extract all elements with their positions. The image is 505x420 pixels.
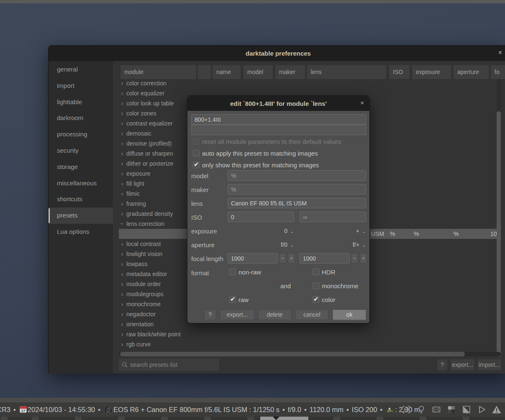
chevron-right-icon[interactable]: › bbox=[119, 329, 126, 339]
module-row[interactable]: › raw black/white point bbox=[119, 329, 497, 339]
chevron-right-icon[interactable]: › bbox=[119, 239, 126, 249]
module-row[interactable]: › rgb curve bbox=[119, 339, 497, 349]
chevron-right-icon[interactable]: › bbox=[119, 149, 126, 159]
chevron-right-icon[interactable]: › bbox=[119, 159, 126, 169]
chevron-right-icon[interactable]: › bbox=[119, 209, 126, 219]
window-titlebar[interactable]: darktable preferences × bbox=[49, 46, 505, 61]
chevron-right-icon[interactable]: › bbox=[119, 179, 126, 189]
sidebar-item-security[interactable]: security bbox=[49, 143, 113, 159]
exposure-from-dropdown[interactable]: 0⌄ bbox=[228, 225, 294, 236]
chevron-right-icon[interactable]: › bbox=[119, 299, 126, 309]
gamut-checkerboard-icon[interactable] bbox=[446, 404, 456, 415]
chevron-right-icon[interactable]: › bbox=[119, 118, 126, 128]
chevron-right-icon[interactable]: › bbox=[119, 259, 126, 269]
chevron-right-icon[interactable]: › bbox=[119, 88, 126, 98]
search-presets-box[interactable] bbox=[119, 359, 219, 371]
raw-checkbox[interactable] bbox=[229, 296, 236, 303]
timeline-strip[interactable] bbox=[0, 417, 505, 420]
iso-min-input[interactable] bbox=[228, 212, 294, 222]
lens-input[interactable] bbox=[228, 198, 366, 208]
column-header-exposure[interactable]: exposure bbox=[412, 65, 451, 79]
column-header-focal[interactable]: fo bbox=[491, 65, 505, 79]
warning-icon[interactable] bbox=[492, 404, 502, 415]
auto-apply-checkbox[interactable] bbox=[193, 150, 200, 156]
column-header-blank[interactable] bbox=[198, 65, 211, 79]
import-button[interactable]: import... bbox=[477, 359, 501, 370]
non-raw-checkbox[interactable] bbox=[229, 269, 236, 275]
chevron-right-icon[interactable]: › bbox=[119, 249, 126, 259]
chevron-right-icon[interactable]: › bbox=[119, 199, 126, 209]
preset-name-input[interactable] bbox=[191, 114, 366, 125]
color-checkbox[interactable] bbox=[313, 296, 319, 303]
focal-to-input[interactable] bbox=[300, 253, 350, 264]
chevron-right-icon[interactable]: › bbox=[117, 220, 127, 227]
column-header-maker[interactable]: maker bbox=[275, 65, 305, 79]
column-header-name[interactable]: name bbox=[213, 65, 241, 79]
focal-to-minus-button[interactable]: − bbox=[351, 253, 358, 264]
sidebar-item-lua-options[interactable]: Lua options bbox=[49, 224, 113, 240]
dialog-titlebar[interactable]: edit `800+1.4III' for module `lens' × bbox=[187, 96, 369, 111]
column-header-model[interactable]: model bbox=[244, 65, 273, 79]
model-input[interactable] bbox=[228, 170, 366, 181]
chevron-right-icon[interactable]: › bbox=[119, 279, 126, 289]
column-header-module[interactable]: module bbox=[120, 65, 196, 79]
chevron-right-icon[interactable]: › bbox=[119, 98, 126, 108]
chevron-right-icon[interactable]: › bbox=[119, 78, 126, 88]
overexposure-split-icon[interactable] bbox=[461, 404, 472, 415]
chevron-right-icon[interactable]: › bbox=[119, 138, 126, 149]
aperture-to-dropdown[interactable]: f/+⌄ bbox=[300, 239, 366, 250]
dialog-ok-button[interactable]: ok bbox=[333, 310, 366, 320]
sidebar-item-darkroom[interactable]: darkroom bbox=[49, 110, 113, 126]
timeline-selection[interactable] bbox=[260, 417, 308, 420]
horizontal-scrollbar-thumb[interactable] bbox=[120, 352, 465, 356]
help-button[interactable]: ? bbox=[437, 359, 447, 370]
dialog-export-button[interactable]: export... bbox=[220, 310, 254, 320]
dialog-cancel-button[interactable]: cancel bbox=[295, 310, 328, 320]
hdr-checkbox[interactable] bbox=[313, 269, 319, 275]
chevron-right-icon[interactable]: › bbox=[119, 189, 126, 199]
sidebar-item-presets[interactable]: presets bbox=[49, 207, 113, 224]
maker-input[interactable] bbox=[228, 184, 366, 195]
sidebar-item-general[interactable]: general bbox=[49, 61, 113, 78]
display-profile-icon[interactable] bbox=[431, 404, 441, 415]
sidebar-item-lighttable[interactable]: lighttable bbox=[49, 94, 113, 110]
focal-from-plus-button[interactable]: + bbox=[288, 253, 295, 264]
export-button[interactable]: export... bbox=[451, 359, 474, 370]
focal-from-input[interactable] bbox=[228, 253, 278, 264]
focus-peaking-icon[interactable] bbox=[401, 404, 411, 415]
focal-to-plus-button[interactable]: + bbox=[360, 253, 367, 264]
column-header-aperture[interactable]: aperture bbox=[454, 65, 489, 79]
chevron-right-icon[interactable]: › bbox=[119, 108, 126, 118]
dialog-help-button[interactable]: ? bbox=[204, 310, 216, 320]
sidebar-item-shortcuts[interactable]: shortcuts bbox=[49, 191, 113, 207]
dialog-close-icon[interactable]: × bbox=[360, 99, 364, 106]
window-close-icon[interactable]: × bbox=[498, 49, 502, 56]
monochrome-checkbox[interactable] bbox=[313, 282, 319, 289]
lightbulb-icon[interactable] bbox=[416, 404, 426, 415]
sidebar-item-import[interactable]: import bbox=[49, 78, 113, 94]
aperture-from-dropdown[interactable]: f/0⌄ bbox=[228, 239, 294, 250]
iso-max-input[interactable] bbox=[300, 212, 366, 222]
chevron-right-icon[interactable]: › bbox=[119, 319, 126, 329]
column-header-iso[interactable]: ISO bbox=[389, 65, 410, 79]
column-header-lens[interactable]: lens bbox=[307, 65, 386, 79]
chevron-right-icon[interactable]: › bbox=[119, 289, 126, 299]
sidebar-item-storage[interactable]: storage bbox=[49, 159, 113, 175]
chevron-right-icon[interactable]: › bbox=[119, 169, 126, 179]
horizontal-scrollbar[interactable] bbox=[119, 352, 501, 356]
preset-description-input[interactable] bbox=[191, 125, 366, 135]
search-presets-input[interactable] bbox=[130, 361, 214, 368]
chevron-right-icon[interactable]: › bbox=[119, 309, 126, 319]
dialog-delete-button[interactable]: delete bbox=[258, 310, 291, 320]
sidebar-item-processing[interactable]: processing bbox=[49, 126, 113, 143]
vertical-scrollbar-thumb[interactable] bbox=[497, 111, 501, 357]
reset-parameters-checkbox[interactable] bbox=[193, 138, 200, 145]
chevron-right-icon[interactable]: › bbox=[119, 269, 126, 279]
chevron-right-icon[interactable]: › bbox=[119, 339, 126, 349]
focal-from-minus-button[interactable]: − bbox=[279, 253, 286, 264]
exposure-to-dropdown[interactable]: +⌄ bbox=[300, 225, 366, 236]
play-triangle-icon[interactable] bbox=[477, 404, 487, 415]
sidebar-item-miscellaneous[interactable]: miscellaneous bbox=[49, 175, 113, 192]
vertical-scrollbar[interactable] bbox=[497, 79, 501, 357]
chevron-right-icon[interactable]: › bbox=[119, 128, 126, 138]
